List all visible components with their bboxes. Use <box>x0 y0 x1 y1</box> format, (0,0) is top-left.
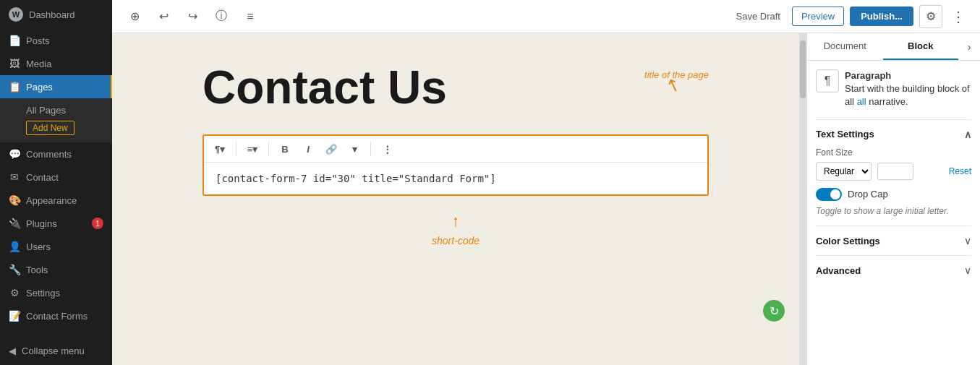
drop-cap-description: Toggle to show a large initial letter. <box>816 205 971 218</box>
advanced-toggle[interactable]: Advanced ∨ <box>816 265 971 276</box>
add-icon: ⊕ <box>130 9 140 23</box>
tools-icon: 🔧 <box>9 264 20 275</box>
wordpress-icon: W <box>9 7 23 22</box>
more-rich-btn[interactable]: ▾ <box>344 139 365 159</box>
drop-cap-label: Drop Cap <box>848 189 888 199</box>
text-settings-label: Text Settings <box>816 129 874 139</box>
sidebar-item-label: Contact Forms <box>26 311 88 322</box>
collapse-menu-button[interactable]: ◀ Collapse menu <box>0 340 112 362</box>
top-bar-right: Save Draft Preview Publish... ⚙ ⋮ <box>730 5 968 28</box>
sidebar-item-settings[interactable]: ⚙ Settings <box>0 281 112 304</box>
add-new-page-button[interactable]: Add New <box>26 121 74 135</box>
list-icon: ≡ <box>247 10 253 23</box>
shortcode-annotation-wrap: ↑ short-code <box>203 210 709 246</box>
sidebar-item-comments[interactable]: 💬 Comments <box>0 142 112 166</box>
info-button[interactable]: ⓘ <box>210 6 232 27</box>
paragraph-block-text: Paragraph Start with the building block … <box>845 69 971 109</box>
contact-icon: ✉ <box>9 171 20 183</box>
media-icon: 🖼 <box>9 58 20 69</box>
sidebar-item-label: Pages <box>26 82 53 93</box>
sidebar-item-tools[interactable]: 🔧 Tools <box>0 258 112 281</box>
font-size-reset[interactable]: Reset <box>949 166 971 176</box>
font-size-select[interactable]: Regular Small Large Larger <box>816 162 872 181</box>
text-settings-title: Text Settings ∧ <box>816 129 971 140</box>
sidebar-item-label: Users <box>26 241 51 252</box>
sidebar-item-contact-forms[interactable]: 📝 Contact Forms <box>0 304 112 327</box>
save-draft-button[interactable]: Save Draft <box>730 8 786 25</box>
sidebar-logo[interactable]: W Dashboard <box>0 0 112 29</box>
settings-icon: ⚙ <box>9 287 20 299</box>
all-pages-link[interactable]: All Pages <box>0 101 112 119</box>
sidebar-item-posts[interactable]: 📄 Posts <box>0 29 112 52</box>
panel-tab-arrow[interactable]: › <box>958 33 980 60</box>
top-bar: ⊕ ↩ ↪ ⓘ ≡ Save Draft Preview Publish... … <box>112 0 980 33</box>
sidebar-item-users[interactable]: 👤 Users <box>0 235 112 258</box>
top-bar-left: ⊕ ↩ ↪ ⓘ ≡ <box>124 6 725 27</box>
font-size-row: Regular Small Large Larger Reset <box>816 162 971 181</box>
advanced-section: Advanced ∨ <box>816 255 971 285</box>
sidebar-item-pages[interactable]: 📋 Pages <box>0 75 112 98</box>
sidebar-item-media[interactable]: 🖼 Media <box>0 52 112 75</box>
shortcode-arrow: ↑ <box>452 213 460 229</box>
sidebar-item-plugins[interactable]: 🔌 Plugins 1 <box>0 212 112 235</box>
paragraph-btn[interactable]: ¶▾ <box>210 139 230 159</box>
update-icon[interactable]: ↻ <box>763 300 785 322</box>
block-editor[interactable]: ¶▾ ≡▾ B I 🔗 ▾ ⋮ [contact-form-7 id="30" … <box>203 134 709 196</box>
color-settings-chevron[interactable]: ∨ <box>964 235 971 246</box>
tab-document[interactable]: Document <box>807 33 883 60</box>
scrollbar-thumb[interactable] <box>800 40 806 98</box>
appearance-icon: 🎨 <box>9 194 20 206</box>
align-btn[interactable]: ≡▾ <box>242 139 263 159</box>
redo-icon: ↪ <box>188 9 197 23</box>
undo-icon: ↩ <box>159 9 169 23</box>
text-settings-chevron[interactable]: ∧ <box>964 129 971 140</box>
settings-gear-button[interactable]: ⚙ <box>919 5 942 28</box>
block-options-btn[interactable]: ⋮ <box>377 139 397 159</box>
users-icon: 👤 <box>9 241 20 252</box>
sidebar-item-contact[interactable]: ✉ Contact <box>0 166 112 189</box>
posts-icon: 📄 <box>9 35 20 46</box>
sidebar-item-label: Contact <box>26 172 59 183</box>
color-settings-toggle[interactable]: Color Settings ∨ <box>816 235 971 246</box>
publish-button[interactable]: Publish... <box>850 7 913 26</box>
paragraph-block-icon: ¶ <box>816 69 839 93</box>
sidebar: W Dashboard 📄 Posts 🖼 Media 📋 Pages All … <box>0 0 112 365</box>
main-content: ⊕ ↩ ↪ ⓘ ≡ Save Draft Preview Publish... … <box>112 0 980 365</box>
comments-icon: 💬 <box>9 148 20 160</box>
drop-cap-toggle[interactable] <box>816 188 842 201</box>
add-block-button[interactable]: ⊕ <box>124 6 145 27</box>
drop-cap-row: Drop Cap <box>816 188 971 201</box>
editor-area: Contact Us title of the page ↙ ¶▾ ≡▾ B <box>112 33 980 365</box>
toolbar-divider-3 <box>370 142 371 156</box>
bold-btn[interactable]: B <box>275 139 295 159</box>
tab-block[interactable]: Block <box>883 33 959 60</box>
sidebar-item-label: Settings <box>26 288 60 299</box>
panel-content: ¶ Paragraph Start with the building bloc… <box>807 61 980 365</box>
vertical-scrollbar[interactable] <box>799 33 806 365</box>
shortcode-content[interactable]: [contact-form-7 id="30" title="Standard … <box>204 163 707 194</box>
sidebar-logo-label: Dashboard <box>29 9 75 20</box>
more-options-button[interactable]: ⋮ <box>948 8 968 25</box>
shortcode-annotation: short-code <box>432 235 480 246</box>
sidebar-item-label: Comments <box>26 149 72 160</box>
sidebar-item-appearance[interactable]: 🎨 Appearance <box>0 189 112 212</box>
page-title-text[interactable]: Contact Us <box>203 62 637 113</box>
preview-button[interactable]: Preview <box>792 7 844 26</box>
block-navigator-button[interactable]: ≡ <box>239 6 261 27</box>
plugins-icon: 🔌 <box>9 218 20 229</box>
paragraph-block-link[interactable]: all <box>857 96 866 107</box>
advanced-chevron[interactable]: ∨ <box>964 265 971 276</box>
toolbar-divider-2 <box>268 142 269 156</box>
collapse-icon: ◀ <box>9 345 16 356</box>
italic-btn[interactable]: I <box>298 139 318 159</box>
sidebar-item-label: Appearance <box>26 195 77 206</box>
color-settings-title: Color Settings <box>816 236 880 246</box>
link-btn[interactable]: 🔗 <box>321 139 341 159</box>
redo-button[interactable]: ↪ <box>182 6 203 27</box>
undo-button[interactable]: ↩ <box>153 6 174 27</box>
font-size-input[interactable] <box>877 163 913 180</box>
pages-submenu: All Pages Add New <box>0 98 112 142</box>
pages-icon: 📋 <box>9 81 20 93</box>
sidebar-bottom: ◀ Collapse menu <box>0 340 112 365</box>
contact-forms-icon: 📝 <box>9 310 20 322</box>
